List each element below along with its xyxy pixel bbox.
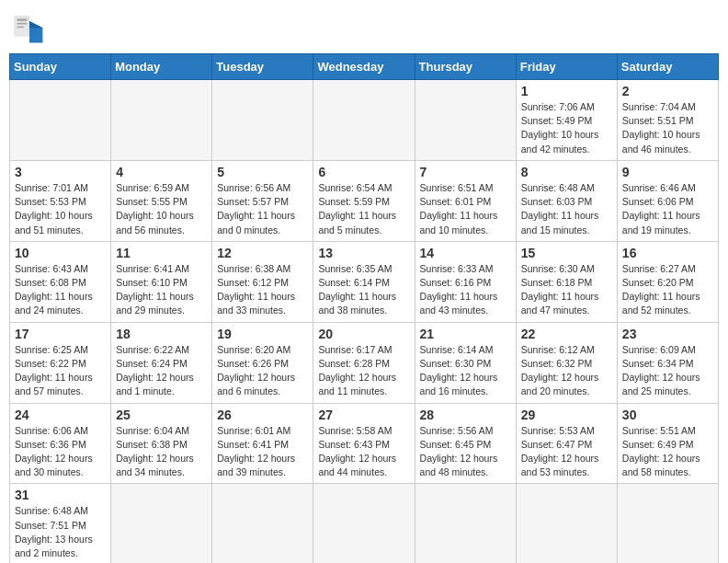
day-info: Sunrise: 6:01 AM Sunset: 6:41 PM Dayligh…	[217, 424, 308, 480]
calendar-cell: 12Sunrise: 6:38 AM Sunset: 6:12 PM Dayli…	[212, 241, 313, 322]
day-number: 21	[420, 327, 511, 341]
calendar-cell: 21Sunrise: 6:14 AM Sunset: 6:30 PM Dayli…	[415, 322, 516, 403]
calendar-cell	[617, 484, 718, 563]
day-info: Sunrise: 5:51 AM Sunset: 6:49 PM Dayligh…	[622, 424, 713, 480]
svg-rect-3	[17, 26, 24, 28]
day-number: 13	[318, 246, 409, 260]
day-number: 29	[521, 408, 612, 422]
day-info: Sunrise: 6:48 AM Sunset: 6:03 PM Dayligh…	[521, 181, 612, 237]
day-number: 1	[521, 84, 612, 98]
calendar-cell	[212, 80, 313, 161]
day-info: Sunrise: 6:51 AM Sunset: 6:01 PM Dayligh…	[420, 181, 511, 237]
svg-rect-1	[17, 18, 28, 21]
day-info: Sunrise: 6:20 AM Sunset: 6:26 PM Dayligh…	[217, 343, 308, 399]
calendar-cell: 26Sunrise: 6:01 AM Sunset: 6:41 PM Dayli…	[212, 403, 313, 484]
day-info: Sunrise: 6:22 AM Sunset: 6:24 PM Dayligh…	[116, 343, 207, 399]
day-number: 8	[521, 165, 612, 179]
day-info: Sunrise: 7:06 AM Sunset: 5:49 PM Dayligh…	[521, 100, 612, 156]
day-info: Sunrise: 6:46 AM Sunset: 6:06 PM Dayligh…	[622, 181, 713, 237]
day-info: Sunrise: 6:33 AM Sunset: 6:16 PM Dayligh…	[420, 262, 511, 318]
calendar-header-tuesday: Tuesday	[212, 54, 313, 80]
day-info: Sunrise: 5:53 AM Sunset: 6:47 PM Dayligh…	[521, 424, 612, 480]
calendar-cell: 8Sunrise: 6:48 AM Sunset: 6:03 PM Daylig…	[516, 160, 617, 241]
calendar-cell	[313, 80, 415, 161]
svg-marker-5	[29, 21, 42, 28]
calendar-cell	[10, 80, 111, 161]
calendar-cell: 5Sunrise: 6:56 AM Sunset: 5:57 PM Daylig…	[212, 160, 313, 241]
day-number: 6	[318, 165, 409, 179]
day-number: 27	[318, 408, 409, 422]
calendar-week-6: 31Sunrise: 6:48 AM Sunset: 7:51 PM Dayli…	[10, 484, 719, 563]
day-number: 11	[116, 246, 207, 260]
calendar-header-thursday: Thursday	[415, 54, 516, 80]
calendar-table: SundayMondayTuesdayWednesdayThursdayFrid…	[9, 53, 719, 563]
calendar-cell	[516, 484, 617, 563]
calendar-header-sunday: Sunday	[10, 54, 111, 80]
day-info: Sunrise: 6:12 AM Sunset: 6:32 PM Dayligh…	[521, 343, 612, 399]
calendar-cell: 29Sunrise: 5:53 AM Sunset: 6:47 PM Dayli…	[516, 403, 617, 484]
calendar-cell	[415, 80, 516, 161]
day-number: 31	[15, 488, 106, 502]
calendar-week-1: 1Sunrise: 7:06 AM Sunset: 5:49 PM Daylig…	[10, 80, 719, 161]
day-number: 17	[15, 327, 106, 341]
day-number: 26	[217, 408, 308, 422]
svg-rect-2	[17, 23, 28, 25]
day-info: Sunrise: 6:17 AM Sunset: 6:28 PM Dayligh…	[318, 343, 409, 399]
day-info: Sunrise: 6:09 AM Sunset: 6:34 PM Dayligh…	[622, 343, 713, 399]
calendar-cell: 31Sunrise: 6:48 AM Sunset: 7:51 PM Dayli…	[10, 484, 111, 563]
day-number: 3	[15, 165, 106, 179]
calendar-cell: 22Sunrise: 6:12 AM Sunset: 6:32 PM Dayli…	[516, 322, 617, 403]
calendar-cell: 10Sunrise: 6:43 AM Sunset: 6:08 PM Dayli…	[10, 241, 111, 322]
calendar-cell: 14Sunrise: 6:33 AM Sunset: 6:16 PM Dayli…	[415, 241, 516, 322]
calendar-cell: 25Sunrise: 6:04 AM Sunset: 6:38 PM Dayli…	[111, 403, 212, 484]
calendar-cell: 23Sunrise: 6:09 AM Sunset: 6:34 PM Dayli…	[617, 322, 718, 403]
calendar-cell: 2Sunrise: 7:04 AM Sunset: 5:51 PM Daylig…	[617, 80, 718, 161]
logo-icon	[13, 13, 46, 46]
day-info: Sunrise: 7:04 AM Sunset: 5:51 PM Dayligh…	[622, 100, 713, 156]
day-number: 9	[622, 165, 713, 179]
calendar-header-monday: Monday	[111, 54, 212, 80]
logo	[13, 13, 50, 46]
day-number: 19	[217, 327, 308, 341]
calendar-cell	[111, 484, 212, 563]
day-info: Sunrise: 6:48 AM Sunset: 7:51 PM Dayligh…	[15, 504, 106, 560]
day-number: 20	[318, 327, 409, 341]
day-number: 28	[420, 408, 511, 422]
calendar-cell: 7Sunrise: 6:51 AM Sunset: 6:01 PM Daylig…	[415, 160, 516, 241]
day-number: 5	[217, 165, 308, 179]
calendar-cell	[111, 80, 212, 161]
day-info: Sunrise: 6:25 AM Sunset: 6:22 PM Dayligh…	[15, 343, 106, 399]
day-number: 7	[420, 165, 511, 179]
calendar-cell: 9Sunrise: 6:46 AM Sunset: 6:06 PM Daylig…	[617, 160, 718, 241]
day-info: Sunrise: 6:30 AM Sunset: 6:18 PM Dayligh…	[521, 262, 612, 318]
day-info: Sunrise: 6:56 AM Sunset: 5:57 PM Dayligh…	[217, 181, 308, 237]
day-info: Sunrise: 6:04 AM Sunset: 6:38 PM Dayligh…	[116, 424, 207, 480]
calendar-header-row: SundayMondayTuesdayWednesdayThursdayFrid…	[10, 54, 719, 80]
calendar-cell: 17Sunrise: 6:25 AM Sunset: 6:22 PM Dayli…	[10, 322, 111, 403]
day-number: 22	[521, 327, 612, 341]
day-info: Sunrise: 6:27 AM Sunset: 6:20 PM Dayligh…	[622, 262, 713, 318]
day-info: Sunrise: 6:54 AM Sunset: 5:59 PM Dayligh…	[318, 181, 409, 237]
calendar-cell	[212, 484, 313, 563]
calendar-week-5: 24Sunrise: 6:06 AM Sunset: 6:36 PM Dayli…	[10, 403, 719, 484]
day-number: 16	[622, 246, 713, 260]
day-number: 12	[217, 246, 308, 260]
day-info: Sunrise: 6:14 AM Sunset: 6:30 PM Dayligh…	[420, 343, 511, 399]
calendar-cell: 1Sunrise: 7:06 AM Sunset: 5:49 PM Daylig…	[516, 80, 617, 161]
day-info: Sunrise: 6:41 AM Sunset: 6:10 PM Dayligh…	[116, 262, 207, 318]
calendar-cell: 11Sunrise: 6:41 AM Sunset: 6:10 PM Dayli…	[111, 241, 212, 322]
calendar-cell: 13Sunrise: 6:35 AM Sunset: 6:14 PM Dayli…	[313, 241, 415, 322]
calendar-cell: 30Sunrise: 5:51 AM Sunset: 6:49 PM Dayli…	[617, 403, 718, 484]
calendar-header-friday: Friday	[516, 54, 617, 80]
calendar-cell	[415, 484, 516, 563]
day-info: Sunrise: 5:56 AM Sunset: 6:45 PM Dayligh…	[420, 424, 511, 480]
calendar-cell: 15Sunrise: 6:30 AM Sunset: 6:18 PM Dayli…	[516, 241, 617, 322]
calendar-cell: 4Sunrise: 6:59 AM Sunset: 5:55 PM Daylig…	[111, 160, 212, 241]
day-number: 2	[622, 84, 713, 98]
calendar-cell: 3Sunrise: 7:01 AM Sunset: 5:53 PM Daylig…	[10, 160, 111, 241]
calendar-cell: 18Sunrise: 6:22 AM Sunset: 6:24 PM Dayli…	[111, 322, 212, 403]
day-number: 15	[521, 246, 612, 260]
calendar-cell: 28Sunrise: 5:56 AM Sunset: 6:45 PM Dayli…	[415, 403, 516, 484]
day-info: Sunrise: 7:01 AM Sunset: 5:53 PM Dayligh…	[15, 181, 106, 237]
day-info: Sunrise: 6:06 AM Sunset: 6:36 PM Dayligh…	[15, 424, 106, 480]
